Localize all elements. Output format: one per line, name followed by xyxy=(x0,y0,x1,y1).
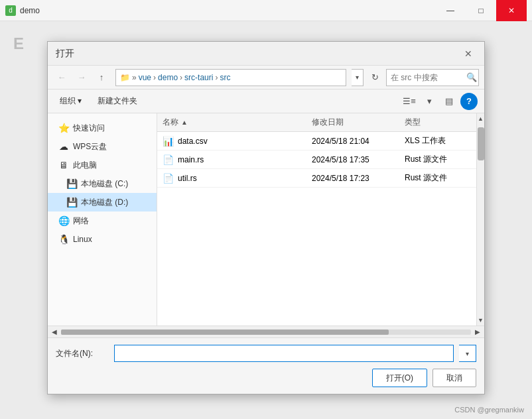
help-button[interactable]: ? xyxy=(460,93,478,110)
scroll-thumb[interactable] xyxy=(478,127,484,160)
file-list: 名称 ▲ 修改日期 类型 📊 da xyxy=(157,113,476,326)
sidebar-item-wps[interactable]: ☁ WPS云盘 xyxy=(48,137,157,156)
bottom-area: 文件名(N): ▾ 打开(O) 取消 xyxy=(48,337,484,394)
dialog-overlay: 打开 ✕ ← → ↑ 📁 » vue › demo › src-tauri › xyxy=(0,21,532,419)
vertical-scrollbar: ▲ ▼ xyxy=(476,113,484,326)
file-list-header: 名称 ▲ 修改日期 类型 xyxy=(157,113,476,132)
sidebar-item-this-pc[interactable]: 🖥 此电脑 xyxy=(48,156,157,174)
organize-button[interactable]: 组织 ▾ xyxy=(54,93,87,110)
file-type-data-csv: XLS 工作表 xyxy=(405,135,471,147)
filename-input[interactable] xyxy=(114,345,454,362)
sidebar-item-linux[interactable]: 🐧 Linux xyxy=(48,230,157,249)
new-folder-label: 新建文件夹 xyxy=(98,95,137,107)
sidebar-label-linux: Linux xyxy=(73,235,92,244)
breadcrumb-demo[interactable]: demo xyxy=(158,73,178,82)
window-frame: d demo — □ ✕ E 打开 ✕ ← → ↑ 📁 xyxy=(0,0,532,419)
dialog-title-bar: 打开 ✕ xyxy=(48,42,484,66)
cancel-button[interactable]: 取消 xyxy=(432,369,476,387)
drive-d-icon: 💾 xyxy=(66,197,77,208)
hscroll-left-button[interactable]: ◀ xyxy=(49,327,60,337)
window-controls: — □ ✕ xyxy=(435,0,527,21)
file-type-util-rs: Rust 源文件 xyxy=(405,172,471,184)
scroll-track xyxy=(477,124,484,315)
app-icon: d xyxy=(5,5,16,16)
open-file-dialog: 打开 ✕ ← → ↑ 📁 » vue › demo › src-tauri › xyxy=(47,41,485,394)
file-icon-data-csv: 📊 xyxy=(163,136,174,147)
breadcrumb-src-tauri[interactable]: src-tauri xyxy=(184,73,213,82)
file-icon-util-rs: 📄 xyxy=(163,173,174,184)
file-name-data-csv: data.csv xyxy=(178,137,208,146)
breadcrumb-bar: 📁 » vue › demo › src-tauri › src xyxy=(115,69,346,86)
view-details-button[interactable]: ☰≡ xyxy=(401,93,418,110)
sidebar-item-network[interactable]: 🌐 网络 xyxy=(48,211,157,230)
sidebar-label-drive-c: 本地磁盘 (C:) xyxy=(81,178,128,190)
sidebar: ⭐ 快速访问 ☁ WPS云盘 🖥 此电脑 💾 本地磁盘 (C:) xyxy=(48,113,157,326)
drive-c-icon: 💾 xyxy=(66,178,77,189)
forward-button[interactable]: → xyxy=(73,69,90,86)
close-button[interactable]: ✕ xyxy=(496,0,527,21)
wps-icon: ☁ xyxy=(58,141,69,152)
sidebar-label-this-pc: 此电脑 xyxy=(73,160,97,171)
view-dropdown-button[interactable]: ▾ xyxy=(421,93,438,110)
col-date-label: 修改日期 xyxy=(312,117,344,127)
horizontal-scrollbar: ◀ ▶ xyxy=(48,326,484,337)
file-date-util-rs: 2024/5/18 17:23 xyxy=(312,174,405,183)
col-type-label: 类型 xyxy=(405,117,421,127)
sidebar-label-network: 网络 xyxy=(73,215,89,227)
col-name-header[interactable]: 名称 ▲ xyxy=(163,117,312,128)
dialog-close-button[interactable]: ✕ xyxy=(460,46,476,62)
breadcrumb-root-icon: 📁 xyxy=(120,73,130,82)
minimize-button[interactable]: — xyxy=(435,0,466,21)
open-button[interactable]: 打开(O) xyxy=(372,369,427,387)
file-date-main-rs: 2024/5/18 17:35 xyxy=(312,155,405,164)
sidebar-label-drive-d: 本地磁盘 (D:) xyxy=(81,197,128,208)
button-row: 打开(O) 取消 xyxy=(56,369,476,387)
file-name-main-rs: main.rs xyxy=(178,155,204,164)
file-row[interactable]: 📄 main.rs 2024/5/18 17:35 Rust 源文件 xyxy=(157,150,476,169)
content-area: ⭐ 快速访问 ☁ WPS云盘 🖥 此电脑 💾 本地磁盘 (C:) xyxy=(48,113,484,326)
file-row[interactable]: 📊 data.csv 2024/5/18 21:04 XLS 工作表 xyxy=(157,132,476,150)
col-type-header[interactable]: 类型 xyxy=(405,117,471,128)
file-date-data-csv: 2024/5/18 21:04 xyxy=(312,137,405,146)
view-controls: ☰≡ ▾ ▤ ? xyxy=(401,93,478,110)
dialog-title: 打开 xyxy=(56,48,460,60)
file-icon-main-rs: 📄 xyxy=(163,154,174,165)
refresh-button[interactable]: ↻ xyxy=(366,69,383,86)
filename-dropdown-button[interactable]: ▾ xyxy=(459,345,476,362)
hscroll-thumb[interactable] xyxy=(61,329,389,335)
title-bar: d demo — □ ✕ xyxy=(0,0,532,21)
window-title: demo xyxy=(20,6,435,15)
network-icon: 🌐 xyxy=(58,215,69,226)
search-icon: 🔍 xyxy=(466,72,477,82)
breadcrumb-dropdown-button[interactable]: ▾ xyxy=(352,69,364,86)
organize-label: 组织 ▾ xyxy=(60,95,82,107)
scroll-up-button[interactable]: ▲ xyxy=(477,113,484,124)
file-row[interactable]: 📄 util.rs 2024/5/18 17:23 Rust 源文件 xyxy=(157,169,476,188)
sort-arrow: ▲ xyxy=(181,119,188,126)
file-name-util-rs: util.rs xyxy=(178,174,197,183)
col-name-label: 名称 xyxy=(163,117,178,128)
action-bar: 组织 ▾ 新建文件夹 ☰≡ ▾ ▤ ? xyxy=(48,90,484,113)
sidebar-item-drive-c[interactable]: 💾 本地磁盘 (C:) xyxy=(48,174,157,193)
up-button[interactable]: ↑ xyxy=(93,69,110,86)
filename-label: 文件名(N): xyxy=(56,348,109,359)
preview-button[interactable]: ▤ xyxy=(440,93,458,110)
sidebar-label-wps: WPS云盘 xyxy=(73,141,107,152)
navigation-toolbar: ← → ↑ 📁 » vue › demo › src-tauri › src ▾… xyxy=(48,66,484,90)
hscroll-right-button[interactable]: ▶ xyxy=(472,327,483,337)
maximize-button[interactable]: □ xyxy=(466,0,496,21)
search-box: 🔍 xyxy=(386,69,479,86)
search-input[interactable] xyxy=(391,73,464,82)
filename-row: 文件名(N): ▾ xyxy=(56,345,476,362)
linux-icon: 🐧 xyxy=(58,234,69,245)
col-date-header[interactable]: 修改日期 xyxy=(312,117,405,128)
breadcrumb-vue[interactable]: vue xyxy=(139,73,151,82)
breadcrumb-src[interactable]: src xyxy=(220,73,230,82)
sidebar-label-quick-access: 快速访问 xyxy=(73,123,105,134)
quick-access-icon: ⭐ xyxy=(58,123,69,133)
new-folder-button[interactable]: 新建文件夹 xyxy=(92,93,143,110)
back-button[interactable]: ← xyxy=(53,69,70,86)
scroll-down-button[interactable]: ▼ xyxy=(477,315,484,326)
sidebar-item-quick-access[interactable]: ⭐ 快速访问 xyxy=(48,119,157,137)
sidebar-item-drive-d[interactable]: 💾 本地磁盘 (D:) xyxy=(48,193,157,211)
